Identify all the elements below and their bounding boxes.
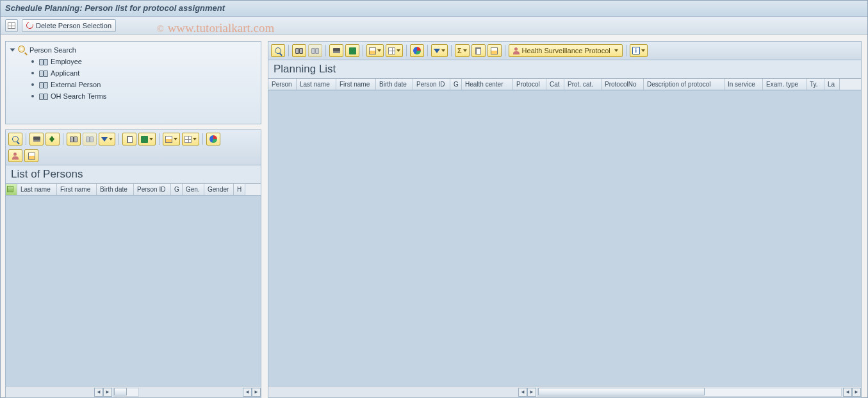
find-next-button[interactable] bbox=[83, 133, 97, 145]
col-first-name[interactable]: First name bbox=[57, 184, 97, 195]
tree-root[interactable]: Person Search bbox=[8, 44, 258, 56]
window-title: Schedule Planning: Person list for proto… bbox=[5, 3, 225, 13]
select-all-cell[interactable] bbox=[6, 184, 17, 195]
person-icon bbox=[513, 47, 520, 54]
health-surveillance-protocol-button[interactable]: Health Surveillance Protocol bbox=[509, 44, 623, 57]
scroll-right-button[interactable]: ► bbox=[527, 388, 536, 397]
bullet-icon bbox=[31, 72, 34, 74]
graphic-button[interactable] bbox=[206, 133, 220, 145]
details-button[interactable] bbox=[271, 44, 285, 57]
binoculars-icon bbox=[39, 81, 48, 88]
details-button[interactable] bbox=[8, 133, 22, 145]
binoculars-icon bbox=[39, 58, 48, 65]
layout-button[interactable] bbox=[386, 44, 403, 57]
tree-item-label: Employee bbox=[51, 58, 82, 65]
export-button[interactable] bbox=[345, 44, 359, 57]
delete-person-selection-button[interactable]: Delete Person Selection bbox=[22, 19, 116, 32]
spreadsheet-button[interactable] bbox=[138, 133, 156, 145]
layout-button[interactable] bbox=[182, 133, 199, 145]
tree-item-external-person[interactable]: External Person bbox=[8, 79, 258, 90]
col-last-name[interactable]: Last name bbox=[297, 79, 336, 90]
col-gen[interactable]: Gen. bbox=[183, 184, 204, 195]
binoculars-icon bbox=[39, 69, 48, 77]
persons-hscroll[interactable]: ◄ ► ◄ ► bbox=[6, 386, 261, 397]
planning-grid-body[interactable] bbox=[268, 90, 861, 386]
col-protocol[interactable]: Protocol bbox=[513, 79, 546, 90]
col-health-center[interactable]: Health center bbox=[462, 79, 513, 90]
bullet-icon bbox=[31, 83, 34, 86]
app-toolbar: Delete Person Selection bbox=[0, 17, 868, 35]
col-prot-cat[interactable]: Prot. cat. bbox=[564, 79, 602, 90]
planning-alv-toolbar: Σ Health Surveillance Protocol i bbox=[268, 42, 861, 60]
col-g[interactable]: G bbox=[450, 79, 462, 90]
persons-grid-header: Last name First name Birth date Person I… bbox=[6, 184, 261, 195]
local-file-button[interactable] bbox=[366, 44, 384, 57]
col-g[interactable]: G bbox=[171, 184, 183, 195]
workspace: Person Search Employee Applicant Externa… bbox=[0, 35, 868, 398]
print-button[interactable] bbox=[29, 133, 44, 145]
col-protocolno[interactable]: ProtocolNo bbox=[602, 79, 644, 90]
col-gender[interactable]: Gender bbox=[204, 184, 234, 195]
sort-button[interactable] bbox=[45, 133, 60, 145]
info-button[interactable]: i bbox=[630, 44, 648, 57]
find-button[interactable] bbox=[292, 44, 306, 57]
col-h[interactable]: H bbox=[234, 184, 245, 195]
binoculars-icon bbox=[39, 92, 48, 100]
expand-caret-icon[interactable] bbox=[10, 49, 15, 52]
select-layout-button[interactable] bbox=[24, 149, 38, 162]
views-button[interactable] bbox=[471, 44, 486, 57]
find-next-button[interactable] bbox=[308, 44, 322, 57]
tree-item-employee[interactable]: Employee bbox=[8, 56, 258, 67]
col-person[interactable]: Person bbox=[268, 79, 297, 90]
col-person-id[interactable]: Person ID bbox=[413, 79, 450, 90]
total-button[interactable]: Σ bbox=[455, 44, 470, 57]
delete-person-selection-label: Delete Person Selection bbox=[36, 22, 111, 29]
col-in-service[interactable]: In service bbox=[725, 79, 763, 90]
refresh-icon bbox=[25, 21, 35, 30]
col-la[interactable]: La bbox=[824, 79, 840, 90]
scroll-left-button[interactable]: ◄ bbox=[94, 388, 103, 397]
filter-button[interactable] bbox=[431, 44, 448, 57]
persons-alv-toolbar bbox=[6, 130, 261, 165]
graphic-button[interactable] bbox=[410, 44, 424, 57]
col-last-name[interactable]: Last name bbox=[17, 184, 57, 195]
right-column: Σ Health Surveillance Protocol i Plannin… bbox=[268, 41, 862, 398]
export-button[interactable] bbox=[122, 133, 136, 145]
filter-button[interactable] bbox=[99, 133, 115, 145]
left-column: Person Search Employee Applicant Externa… bbox=[5, 41, 261, 398]
find-button[interactable] bbox=[67, 133, 81, 145]
col-description[interactable]: Description of protocol bbox=[644, 79, 725, 90]
tree-root-label: Person Search bbox=[29, 46, 76, 54]
print-button[interactable] bbox=[329, 44, 343, 57]
scroll-right-button-2[interactable]: ► bbox=[252, 388, 261, 397]
col-birth-date[interactable]: Birth date bbox=[376, 79, 413, 90]
col-ty[interactable]: Ty. bbox=[807, 79, 824, 90]
tree-item-applicant[interactable]: Applicant bbox=[8, 67, 258, 79]
assign-person-button[interactable] bbox=[8, 149, 22, 162]
local-file-button[interactable] bbox=[163, 133, 180, 145]
tree-item-label: External Person bbox=[51, 81, 101, 88]
list-of-persons-panel: List of Persons Last name First name Bir… bbox=[5, 129, 261, 398]
col-first-name[interactable]: First name bbox=[336, 79, 376, 90]
tree-item-oh-search-terms[interactable]: OH Search Terms bbox=[8, 90, 258, 102]
list-of-persons-title: List of Persons bbox=[6, 165, 261, 184]
scroll-right-end-button[interactable]: ► bbox=[852, 388, 861, 397]
bullet-icon bbox=[31, 95, 34, 97]
scroll-left-button[interactable]: ◄ bbox=[518, 388, 527, 397]
col-exam-type[interactable]: Exam. type bbox=[763, 79, 807, 90]
planning-list-title: Planning List bbox=[268, 60, 861, 79]
window-title-bar: Schedule Planning: Person list for proto… bbox=[0, 0, 868, 17]
select-layout-button[interactable] bbox=[487, 44, 502, 57]
scroll-left-button-2[interactable]: ◄ bbox=[243, 388, 252, 397]
persons-grid-body[interactable] bbox=[6, 195, 261, 386]
planning-hscroll[interactable]: ◄ ► ◄ ► bbox=[268, 386, 861, 397]
person-search-tree[interactable]: Person Search Employee Applicant Externa… bbox=[5, 41, 261, 124]
col-person-id[interactable]: Person ID bbox=[134, 184, 171, 195]
col-birth-date[interactable]: Birth date bbox=[97, 184, 134, 195]
menu-icon[interactable] bbox=[5, 19, 18, 32]
planning-grid-header: Person Last name First name Birth date P… bbox=[268, 79, 861, 90]
col-cat[interactable]: Cat bbox=[546, 79, 564, 90]
scroll-left-end-button[interactable]: ◄ bbox=[843, 388, 852, 397]
tree-item-label: OH Search Terms bbox=[51, 92, 106, 100]
scroll-right-button[interactable]: ► bbox=[103, 388, 112, 397]
